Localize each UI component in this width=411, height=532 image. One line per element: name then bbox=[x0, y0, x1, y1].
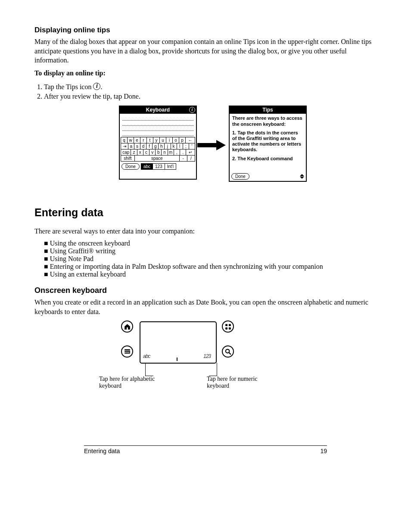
figure-silkscreen: abc 123 Tap here for alphabetic keyboard… bbox=[34, 320, 377, 397]
caption-left: Tap here for alphabetic keyboard bbox=[99, 376, 172, 389]
figure-tips-flow: Keyboard i qwertyuiop← ⇥asdfghjkl;' capz… bbox=[34, 106, 377, 192]
key-row-1: qwertyuiop← bbox=[121, 137, 195, 143]
svg-line-8 bbox=[229, 352, 230, 354]
pointer-right bbox=[209, 363, 217, 376]
footer-section: Entering data bbox=[84, 448, 120, 454]
svg-rect-3 bbox=[228, 327, 230, 330]
heading-onscreen-keyboard: Onscreen keyboard bbox=[34, 286, 377, 295]
backspace-icon: ← bbox=[186, 137, 195, 143]
abc-corner[interactable]: abc bbox=[143, 353, 150, 359]
svg-rect-6 bbox=[125, 352, 130, 353]
keyboard-done-button[interactable]: Done bbox=[121, 163, 140, 170]
123-corner[interactable]: 123 bbox=[203, 353, 211, 359]
svg-rect-5 bbox=[125, 351, 130, 352]
heading-tips: Displaying online tips bbox=[34, 26, 377, 34]
keyboard-keys[interactable]: qwertyuiop← ⇥asdfghjkl;' capzxcvbnm,.↵ s… bbox=[120, 137, 196, 162]
para-tips-1: Many of the dialog boxes that appear on … bbox=[34, 37, 377, 65]
pointer-left bbox=[145, 363, 153, 376]
keyboard-tips-icon[interactable]: i bbox=[189, 107, 195, 113]
list-item: ■ Using Graffiti® writing bbox=[44, 247, 377, 255]
tab-icon: ⇥ bbox=[121, 143, 128, 149]
menu-icon[interactable] bbox=[121, 345, 133, 358]
find-icon[interactable] bbox=[222, 345, 234, 358]
heading-entering-data: Entering data bbox=[34, 206, 377, 219]
tips-steps: Tap the Tips icon i. After you review th… bbox=[34, 81, 377, 101]
screenshot-keyboard: Keyboard i qwertyuiop← ⇥asdfghjkl;' capz… bbox=[119, 106, 197, 180]
step1-text-a: Tap the Tips icon bbox=[44, 83, 93, 90]
return-icon: ↵ bbox=[186, 149, 195, 155]
svg-point-7 bbox=[225, 349, 229, 353]
caption-right: Tap here for numeric keyboard bbox=[207, 376, 280, 389]
seg-abc: abc bbox=[141, 163, 153, 170]
screenshot-tips: Tips There are three ways to access the … bbox=[229, 106, 307, 182]
key-row-4: shift space - / bbox=[121, 155, 195, 162]
page-footer: Entering data 19 bbox=[84, 445, 327, 454]
tips-titlebar: Tips bbox=[230, 106, 306, 114]
tips-done-button[interactable]: Done bbox=[231, 173, 249, 180]
step1-text-b: . bbox=[100, 83, 102, 90]
para-enter-intro: There are several ways to enter data int… bbox=[34, 227, 377, 236]
scroll-arrows-icon[interactable] bbox=[300, 174, 304, 179]
svg-rect-4 bbox=[125, 349, 130, 350]
svg-rect-0 bbox=[225, 324, 227, 326]
list-item: ■ Using Note Pad bbox=[44, 255, 377, 263]
seg-intl: Int'l bbox=[165, 163, 176, 170]
list-item: ■ Entering or importing data in Palm Des… bbox=[44, 263, 377, 271]
apps-icon[interactable] bbox=[222, 320, 234, 333]
footer-page-number: 19 bbox=[320, 448, 327, 454]
keyboard-text-area[interactable] bbox=[120, 114, 196, 137]
key-row-3: capzxcvbnm,.↵ bbox=[121, 149, 195, 155]
enter-methods-list: ■ Using the onscreen keyboard ■ Using Gr… bbox=[34, 240, 377, 278]
list-item: ■ Using an external keyboard bbox=[44, 271, 377, 278]
list-item: ■ Using the onscreen keyboard bbox=[44, 240, 377, 247]
para-onscreen: When you create or edit a record in an a… bbox=[34, 298, 377, 316]
step-label: To display an online tip: bbox=[34, 68, 377, 78]
svg-rect-2 bbox=[225, 327, 227, 330]
keyboard-titlebar: Keyboard i bbox=[120, 106, 196, 114]
tips-body: There are three ways to access the onscr… bbox=[230, 114, 306, 172]
keyboard-mode-segment[interactable]: abc 123 Int'l bbox=[141, 163, 176, 170]
step-1: Tap the Tips icon i. bbox=[44, 81, 377, 92]
seg-123: 123 bbox=[153, 163, 165, 170]
arrow-right-icon bbox=[197, 140, 227, 150]
graffiti-divider bbox=[177, 358, 177, 361]
step-2: After you review the tip, tap Done. bbox=[44, 92, 377, 101]
key-row-2: ⇥asdfghjkl;' bbox=[121, 143, 195, 149]
tips-info-icon: i bbox=[93, 83, 100, 90]
svg-rect-1 bbox=[228, 324, 230, 326]
home-icon[interactable] bbox=[121, 320, 133, 333]
